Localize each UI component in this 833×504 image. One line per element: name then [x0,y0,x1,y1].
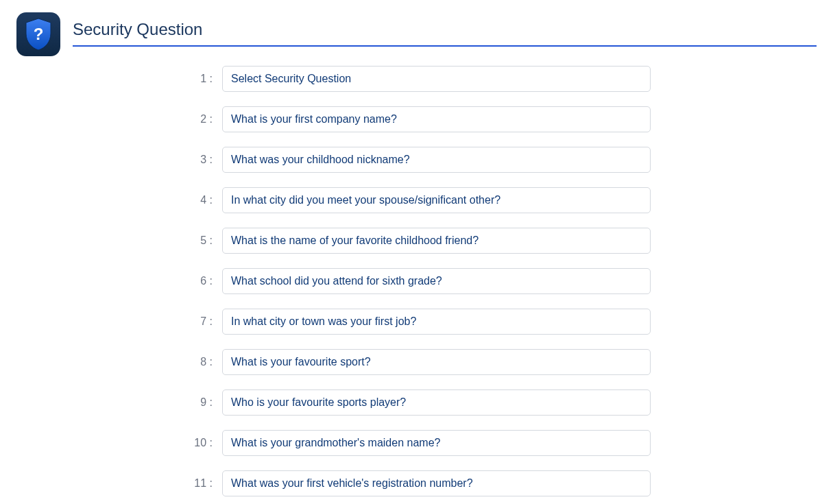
row-index: 7 : [16,315,222,328]
question-input-6[interactable] [222,268,651,294]
question-input-9[interactable] [222,389,651,416]
question-input-1[interactable] [222,66,651,92]
row-index: 3 : [16,154,222,166]
question-input-2[interactable] [222,106,651,132]
question-input-5[interactable] [222,228,651,254]
question-row: 2 : [16,106,817,132]
question-input-8[interactable] [222,349,651,375]
row-index: 8 : [16,356,222,368]
question-row: 1 : [16,66,817,92]
row-index: 5 : [16,235,222,247]
question-row: 7 : [16,309,817,335]
question-input-7[interactable] [222,309,651,335]
question-row: 3 : [16,147,817,173]
row-index: 6 : [16,275,222,287]
shield-icon: ? [23,17,53,51]
row-index: 11 : [16,477,222,490]
question-row: 11 : [16,470,817,496]
question-input-4[interactable] [222,187,651,213]
page-title: Security Question [73,20,817,49]
svg-text:?: ? [34,25,44,43]
row-index: 9 : [16,396,222,409]
app-icon: ? [16,12,60,56]
question-row: 8 : [16,349,817,375]
question-row: 6 : [16,268,817,294]
row-index: 4 : [16,194,222,206]
header: ? Security Question [0,0,833,56]
title-block: Security Question [73,20,817,49]
question-input-3[interactable] [222,147,651,173]
question-row: 9 : [16,389,817,416]
questions-list: 1 : 2 : 3 : 4 : 5 : 6 : 7 : 8 : 9 : 10 :… [0,66,833,496]
question-input-10[interactable] [222,430,651,456]
question-row: 4 : [16,187,817,213]
question-input-11[interactable] [222,470,651,496]
row-index: 10 : [16,437,222,449]
question-row: 10 : [16,430,817,456]
row-index: 1 : [16,73,222,85]
question-row: 5 : [16,228,817,254]
row-index: 2 : [16,113,222,125]
